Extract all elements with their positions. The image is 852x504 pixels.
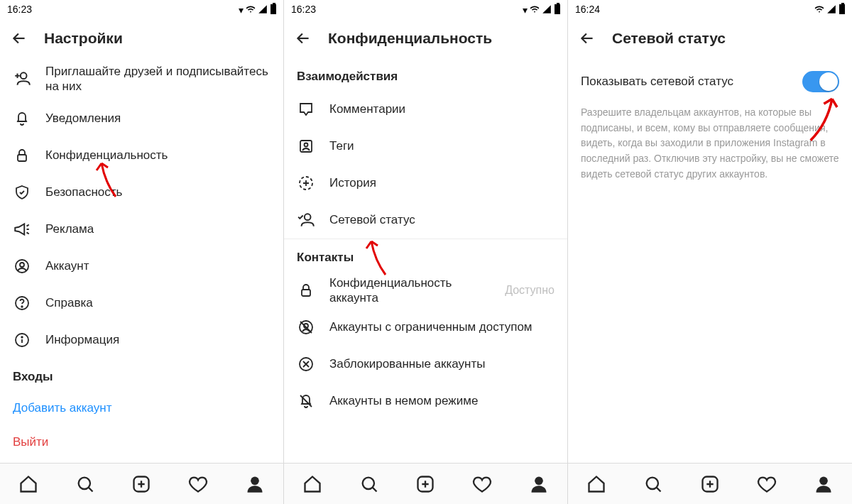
caret-icon: ▾ [239,5,244,15]
signal-icon [826,4,836,14]
nav-activity-icon[interactable] [186,472,210,496]
row-activity-status[interactable]: Сетевой статус [284,202,567,239]
row-label: Теги [329,138,354,153]
comment-icon [297,100,315,119]
row-ads[interactable]: Реклама [0,211,283,248]
row-notifications[interactable]: Уведомления [0,100,283,137]
row-blocked[interactable]: Заблокированные аккаунты [284,346,567,383]
nav-search-icon[interactable] [357,472,381,496]
nav-home-icon[interactable] [16,472,40,496]
caret-icon: ▾ [523,5,528,15]
row-help[interactable]: Справка [0,285,283,322]
restricted-icon [297,318,315,336]
svg-rect-1 [18,155,26,161]
lock-icon [13,146,31,165]
bottom-nav [284,463,567,504]
toggle-switch[interactable] [802,71,839,92]
row-invite-friends[interactable]: Приглашайте друзей и подписывайтесь на н… [0,58,283,100]
section-interactions: Взаимодействия [284,58,567,91]
nav-activity-icon[interactable] [755,472,779,496]
nav-profile-icon[interactable] [527,472,551,496]
user-icon [13,257,31,275]
section-logins: Входы [0,358,283,391]
row-comments[interactable]: Комментарии [284,91,567,128]
row-label: Реклама [45,221,94,236]
nav-search-icon[interactable] [641,472,665,496]
back-icon[interactable] [294,29,312,48]
back-icon[interactable] [10,29,28,48]
row-label: Справка [45,295,93,310]
nav-activity-icon[interactable] [470,472,494,496]
row-security[interactable]: Безопасность [0,174,283,211]
page-title: Настройки [44,30,123,47]
nav-profile-icon[interactable] [243,472,267,496]
story-icon [297,174,315,192]
nav-add-icon[interactable] [413,472,437,496]
nav-home-icon[interactable] [584,472,608,496]
nav-add-icon[interactable] [129,472,153,496]
status-bar: 16:23 ▾ [284,0,567,18]
battery-icon [271,4,276,14]
wifi-icon [529,4,540,14]
row-label: Безопасность [45,185,122,199]
row-label: История [329,175,376,190]
info-icon [13,331,31,349]
svg-point-19 [362,477,373,488]
back-icon[interactable] [578,29,596,48]
row-label: Комментарии [329,102,405,116]
nav-profile-icon[interactable] [812,472,836,496]
svg-point-0 [21,73,27,80]
svg-point-10 [251,476,259,485]
page-title: Сетевой статус [612,30,726,47]
row-about[interactable]: Информация [0,322,283,358]
bottom-nav [568,463,852,504]
wifi-icon [245,4,256,14]
row-account-privacy[interactable]: Конфиденциальность аккаунта Доступно [284,272,567,309]
nav-home-icon[interactable] [300,472,324,496]
muted-icon [297,392,315,410]
help-icon [13,294,31,312]
content: Взаимодействия Комментарии Теги История … [284,58,567,463]
link-add-account[interactable]: Добавить аккаунт [0,391,283,425]
row-label: Сетевой статус [329,212,415,227]
bottom-nav [0,463,283,504]
row-label: Заблокированные аккаунты [329,356,485,371]
row-privacy[interactable]: Конфиденциальность [0,137,283,174]
clock: 16:23 [7,4,32,15]
row-label: Аккаунты с ограниченным доступом [329,319,532,334]
svg-point-12 [305,143,308,147]
activity-icon [297,211,315,229]
row-muted[interactable]: Аккаунты в немом режиме [284,383,567,420]
svg-point-3 [20,263,24,267]
svg-point-24 [819,476,828,485]
section-contacts: Контакты [284,239,567,272]
signal-icon [542,4,552,14]
link-logout[interactable]: Выйти [0,425,283,459]
description: Разрешите владельцам аккаунтов, на котор… [568,98,852,182]
row-label: Аккаунты в немом режиме [329,393,478,408]
svg-point-21 [535,476,543,485]
screen-settings: 16:23 ▾ Настройки Приглашайте друзей и п… [0,0,284,504]
battery-icon [555,4,560,14]
screen-privacy: 16:23 ▾ Конфиденциальность Взаимодействи… [284,0,568,504]
header: Сетевой статус [568,18,852,58]
svg-point-5 [21,306,23,307]
row-account[interactable]: Аккаунт [0,248,283,285]
status-bar: 16:24 [568,0,852,18]
content: Приглашайте друзей и подписывайтесь на н… [0,58,283,463]
row-story[interactable]: История [284,165,567,202]
nav-search-icon[interactable] [73,472,97,496]
toggle-row: Показывать сетевой статус [568,58,852,98]
row-restricted[interactable]: Аккаунты с ограниченным доступом [284,309,567,346]
svg-point-7 [21,336,23,338]
content: Показывать сетевой статус Разрешите влад… [568,58,852,463]
row-label: Аккаунт [45,258,89,273]
row-tags[interactable]: Теги [284,128,567,165]
svg-point-22 [647,477,658,488]
nav-add-icon[interactable] [698,472,722,496]
bell-icon [13,109,31,128]
header: Конфиденциальность [284,18,567,58]
tag-icon [297,137,315,155]
svg-rect-15 [302,290,310,296]
add-user-icon [13,70,31,88]
